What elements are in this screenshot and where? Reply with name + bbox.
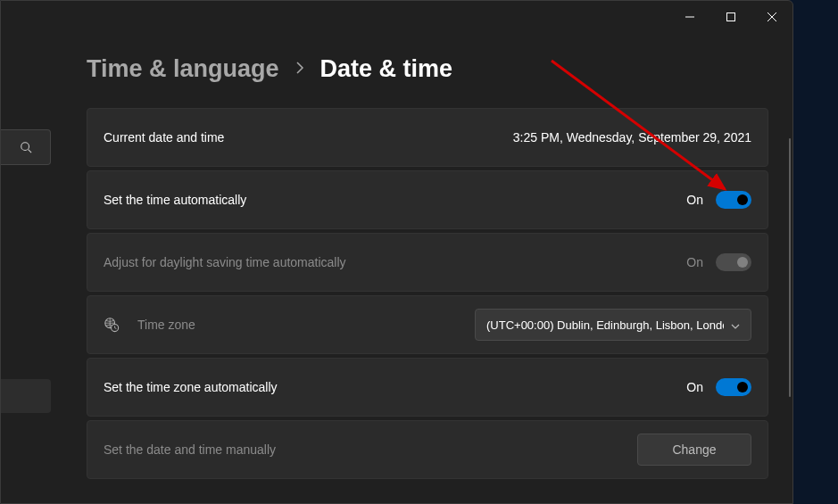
search-icon <box>20 141 32 153</box>
time-zone-dropdown[interactable]: (UTC+00:00) Dublin, Edinburgh, Lisbon, L… <box>475 309 751 341</box>
time-zone-selected: (UTC+00:00) Dublin, Edinburgh, Lisbon, L… <box>486 318 724 332</box>
svg-line-5 <box>28 150 31 153</box>
row-label: Set the time automatically <box>104 193 246 207</box>
row-label: Time zone <box>137 318 195 332</box>
breadcrumb: Time & language Date & time <box>87 55 770 83</box>
minimize-button[interactable] <box>669 1 710 33</box>
page-title: Date & time <box>320 55 453 83</box>
toggle-state-label: On <box>686 193 703 207</box>
close-button[interactable] <box>751 1 792 33</box>
row-set-time-zone-automatically: Set the time zone automatically On <box>87 358 768 417</box>
main-content: Time & language Date & time Current date… <box>51 33 792 503</box>
sidebar <box>1 33 51 503</box>
titlebar <box>1 1 792 33</box>
row-label: Adjust for daylight saving time automati… <box>104 255 346 269</box>
set-time-zone-automatically-toggle[interactable] <box>716 378 751 396</box>
svg-rect-1 <box>727 13 735 21</box>
row-label: Set the date and time manually <box>104 442 276 457</box>
row-time-zone: Time zone (UTC+00:00) Dublin, Edinburgh,… <box>87 295 768 354</box>
sidebar-item-active[interactable] <box>1 379 51 413</box>
row-label: Current date and time <box>104 130 224 145</box>
row-daylight-saving: Adjust for daylight saving time automati… <box>87 233 768 292</box>
row-label: Set the time zone automatically <box>104 380 278 394</box>
daylight-saving-toggle <box>716 253 751 271</box>
settings-window: Time & language Date & time Current date… <box>0 0 793 504</box>
row-set-date-time-manually: Set the date and time manually Change <box>87 420 768 479</box>
breadcrumb-parent[interactable]: Time & language <box>87 55 279 83</box>
set-time-automatically-toggle[interactable] <box>716 191 751 209</box>
scrollbar[interactable] <box>789 138 791 397</box>
change-button[interactable]: Change <box>637 434 751 466</box>
maximize-button[interactable] <box>710 1 751 33</box>
toggle-state-label: On <box>686 380 703 394</box>
svg-point-4 <box>21 143 29 151</box>
row-current-date-time: Current date and time 3:25 PM, Wednesday… <box>87 108 768 167</box>
search-input[interactable] <box>1 129 51 165</box>
toggle-state-label: On <box>686 255 703 269</box>
row-set-time-automatically: Set the time automatically On <box>87 170 768 229</box>
current-date-time-value: 3:25 PM, Wednesday, September 29, 2021 <box>513 130 751 145</box>
globe-clock-icon <box>104 317 120 333</box>
chevron-down-icon <box>731 318 740 332</box>
chevron-right-icon <box>295 62 304 78</box>
